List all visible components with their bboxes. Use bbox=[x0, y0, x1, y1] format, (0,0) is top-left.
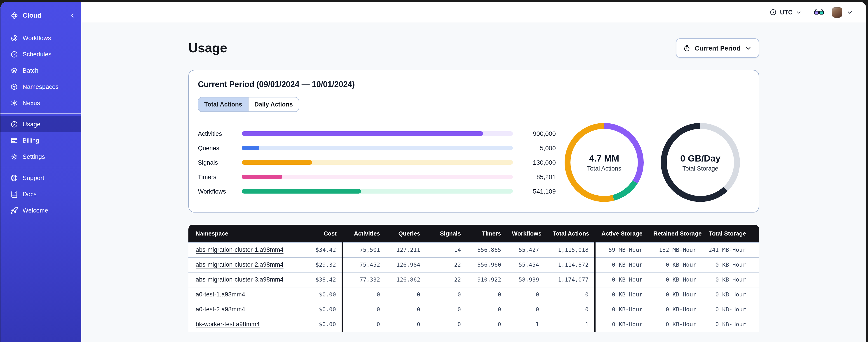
account-chevron-down-icon[interactable] bbox=[846, 9, 853, 15]
total-actions-donut: 4.7 MM Total Actions bbox=[564, 123, 644, 202]
sidebar-section-help: Support Docs Welcome bbox=[0, 167, 81, 220]
sidebar-item[interactable]: Settings bbox=[0, 148, 81, 165]
total-storage-cell: 0 KB-Hour bbox=[702, 302, 759, 317]
total-storage-cell: 0 KB-Hour bbox=[702, 317, 759, 332]
workflows-icon bbox=[10, 34, 18, 42]
glasses-icon[interactable] bbox=[814, 7, 824, 18]
card-title: Current Period (09/01/2024 — 10/01/2024) bbox=[198, 80, 750, 89]
sidebar-item[interactable]: Workflows bbox=[0, 30, 81, 46]
namespace-link[interactable]: a0-test-2.a98mm4 bbox=[196, 306, 245, 313]
active-storage-cell: 59 MB-Hour bbox=[595, 242, 648, 257]
bar-value: 5,000 bbox=[513, 144, 556, 151]
total-storage-cell: 0 KB-Hour bbox=[702, 257, 759, 272]
bar-track bbox=[242, 146, 513, 150]
chevron-left-icon[interactable] bbox=[70, 12, 75, 18]
clock-icon bbox=[770, 8, 777, 16]
sidebar-item[interactable]: Support bbox=[0, 170, 81, 186]
billing-icon bbox=[10, 136, 18, 144]
col-active-storage: Active Storage bbox=[595, 225, 648, 242]
workflows-cell: 0 bbox=[506, 287, 545, 302]
tab-daily-actions[interactable]: Daily Actions bbox=[248, 98, 299, 111]
main-area: UTC Usage Current Period Cu bbox=[81, 2, 866, 342]
workflows-cell: 55,454 bbox=[506, 257, 545, 272]
chevron-down-icon bbox=[796, 9, 802, 15]
timers-cell: 0 bbox=[466, 302, 506, 317]
sidebar-item-label: Settings bbox=[23, 153, 45, 160]
retained-storage-cell: 182 MB-Hour bbox=[648, 242, 702, 257]
namespace-link[interactable]: abs-migration-cluster-1.a98mm4 bbox=[196, 246, 283, 253]
workflows-cell: 58,939 bbox=[506, 272, 545, 287]
sidebar-item[interactable]: Usage bbox=[0, 116, 81, 132]
sidebar-item-label: Usage bbox=[23, 121, 40, 128]
namespace-cell: abs-migration-cluster-3.a98mm4 bbox=[188, 272, 291, 287]
active-storage-cell: 0 KB-Hour bbox=[595, 317, 648, 332]
total-actions-cell: 1,114,872 bbox=[545, 257, 595, 272]
namespace-cell: abs-migration-cluster-2.a98mm4 bbox=[188, 257, 291, 272]
sidebar-item[interactable]: Docs bbox=[0, 186, 81, 202]
namespace-link[interactable]: abs-migration-cluster-3.a98mm4 bbox=[196, 276, 283, 283]
table-header-row: Namespace Cost Activities Queries Signal… bbox=[188, 225, 759, 242]
col-total-storage: Total Storage bbox=[702, 225, 759, 242]
col-signals: Signals bbox=[426, 225, 466, 242]
total-storage-cell: 0 KB-Hour bbox=[702, 272, 759, 287]
bar-label: Workflows bbox=[198, 188, 242, 195]
docs-icon bbox=[10, 190, 18, 198]
actions-bar-chart: Activities 900,000 Queries bbox=[198, 126, 556, 199]
table-row: abs-migration-cluster-1.a98mm4 $34.42 75… bbox=[188, 242, 759, 257]
namespace-link[interactable]: a0-test-1.a98mm4 bbox=[196, 291, 245, 298]
namespace-cell: bk-worker-test.a98mm4 bbox=[188, 317, 291, 332]
col-cost: Cost bbox=[291, 225, 342, 242]
chevron-down-icon bbox=[745, 44, 752, 52]
sidebar-item[interactable]: Batch bbox=[0, 62, 81, 78]
donut-label: Total Actions bbox=[587, 165, 621, 172]
bar-label: Timers bbox=[198, 173, 242, 180]
bar-fill bbox=[242, 175, 282, 179]
cost-cell: $0.00 bbox=[291, 317, 342, 332]
bar-track bbox=[242, 160, 513, 165]
queries-cell: 0 bbox=[385, 287, 426, 302]
sidebar-item-label: Batch bbox=[23, 67, 38, 74]
table-row: bk-worker-test.a98mm4 $0.00 0 0 0 0 1 1 … bbox=[188, 317, 759, 332]
namespace-link[interactable]: abs-migration-cluster-2.a98mm4 bbox=[196, 261, 283, 268]
sidebar-item-label: Billing bbox=[23, 137, 39, 144]
timers-cell: 856,865 bbox=[466, 242, 506, 257]
sidebar-item[interactable]: Nexus bbox=[0, 95, 81, 111]
activities-cell: 77,332 bbox=[342, 272, 385, 287]
active-storage-cell: 0 KB-Hour bbox=[595, 257, 648, 272]
bar-label: Queries bbox=[198, 145, 242, 151]
col-retained-storage: Retained Storage bbox=[648, 225, 702, 242]
activities-cell: 0 bbox=[342, 287, 385, 302]
timers-cell: 0 bbox=[466, 317, 506, 332]
namespace-link[interactable]: bk-worker-test.a98mm4 bbox=[196, 321, 260, 328]
stage: Cloud Workflows Schedules Batch bbox=[0, 0, 868, 342]
sidebar-item[interactable]: Welcome bbox=[0, 202, 81, 218]
table-row: abs-migration-cluster-3.a98mm4 $38.42 77… bbox=[188, 272, 759, 287]
sidebar-item[interactable]: Schedules bbox=[0, 46, 81, 62]
period-button-label: Current Period bbox=[695, 44, 741, 52]
queries-cell: 127,211 bbox=[385, 242, 426, 257]
namespace-cell: a0-test-2.a98mm4 bbox=[188, 302, 291, 317]
bar-row: Queries 5,000 bbox=[198, 141, 556, 155]
topbar: UTC bbox=[81, 2, 866, 23]
timezone-label: UTC bbox=[780, 9, 793, 15]
sidebar: Cloud Workflows Schedules Batch bbox=[0, 2, 81, 342]
sidebar-item-label: Nexus bbox=[23, 100, 40, 106]
support-icon bbox=[10, 174, 18, 181]
sidebar-item[interactable]: Namespaces bbox=[0, 78, 81, 95]
timezone-selector[interactable]: UTC bbox=[770, 8, 802, 16]
signals-cell: 14 bbox=[426, 242, 466, 257]
usage-summary-card: Current Period (09/01/2024 — 10/01/2024)… bbox=[188, 70, 759, 212]
sidebar-item[interactable]: Billing bbox=[0, 132, 81, 148]
namespace-cell: a0-test-1.a98mm4 bbox=[188, 287, 291, 302]
tab-total-actions[interactable]: Total Actions bbox=[198, 98, 248, 111]
period-select-button[interactable]: Current Period bbox=[676, 38, 759, 58]
col-queries: Queries bbox=[385, 225, 426, 242]
signals-cell: 0 bbox=[426, 287, 466, 302]
total-storage-cell: 241 MB-Hour bbox=[702, 242, 759, 257]
total-actions-cell: 0 bbox=[545, 302, 595, 317]
donut-value: 0 GB/Day bbox=[680, 153, 720, 164]
namespace-usage-table: Namespace Cost Activities Queries Signal… bbox=[188, 225, 759, 332]
sidebar-item-label: Schedules bbox=[23, 51, 52, 58]
sidebar-item-label: Docs bbox=[23, 191, 37, 197]
avatar[interactable] bbox=[832, 7, 842, 18]
